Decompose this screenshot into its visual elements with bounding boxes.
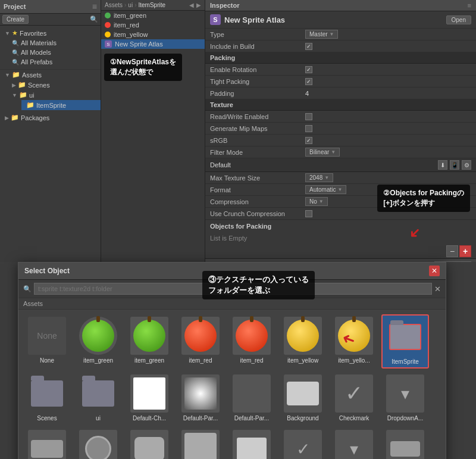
background-shape [287,382,319,405]
nav-back-icon[interactable]: ◀ [189,2,194,8]
item-red-label: item_red [114,21,139,29]
gen-mip-checkbox[interactable] [305,125,312,132]
assets-header[interactable]: ▼ 📁 Assets [0,70,101,80]
grid-item-apple-green2[interactable]: item_green [126,314,173,369]
search-icon-sm2: 🔍 [12,49,19,56]
grid-item-background[interactable]: Background [279,372,327,424]
grid-item-checkmark2[interactable]: ✓ Checkmark [279,427,327,459]
nav-forward-icon[interactable]: ▶ [196,2,201,8]
download-icon[interactable]: ⬇ [438,160,447,170]
grid-item-apple-yellow2[interactable]: item_yello... [330,314,378,369]
all-materials-item[interactable]: 🔍 All Materials [7,38,101,48]
compression-dropdown[interactable]: No ▼ [305,197,328,206]
dark-square-icon [236,377,268,410]
dialog-close-button[interactable]: ✕ [429,266,440,276]
tight-packing-checkbox[interactable] [305,78,312,85]
all-prefabs-label: All Prefabs [21,58,52,65]
plus-button[interactable]: + [459,245,471,257]
filter-mode-dropdown[interactable]: Bilinear ▼ [305,148,340,157]
dialog-search-input[interactable] [34,283,432,295]
project-title: Project [4,3,26,10]
create-button[interactable]: Create [2,15,29,24]
max-texture-dropdown[interactable]: 2048 ▼ [305,173,333,182]
asset-item-item-green[interactable]: item_green [101,11,205,20]
ui-item[interactable]: ▼ 📁 ui [7,90,101,100]
grid-item-uimask[interactable]: UIMask [126,427,173,459]
mobile-icon[interactable]: 📱 [450,160,459,170]
grid-item-knob[interactable]: Knob [74,427,122,459]
dialog-search-clear[interactable]: ✕ [434,285,441,293]
input-field-b2-shape [390,441,420,457]
filter-mode-row: Filter Mode Bilinear ▼ [205,146,476,158]
settings-icon[interactable]: ⚙ [462,160,471,170]
breadcrumb-assets[interactable]: Assets [105,2,123,8]
grid-item-default-ch[interactable]: Default-Ch... [126,372,173,424]
breadcrumb-sep2: › [134,2,136,8]
asset-item-item-red[interactable]: item_red [101,20,205,30]
favorites-arrow: ▼ [5,30,10,36]
filter-mode-label: Filter Mode [210,149,305,156]
grid-item-scenes-folder[interactable]: Scenes [23,372,71,424]
breadcrumb-ui[interactable]: ui [128,2,133,8]
scenes-item[interactable]: ▶ 📁 Scenes [7,80,101,90]
asset-item-item-yellow[interactable]: item_yellow [101,30,205,39]
red-dot-icon [105,22,111,28]
breadcrumb-controls: ◀ ▶ [189,2,201,8]
assets-section: ▼ 📁 Assets ▶ 📁 Scenes ▼ 📁 ui 📁 [0,70,101,110]
gen-mip-label: Generate Mip Maps [210,125,305,132]
breadcrumb-itemsprite[interactable]: ItemSprite [139,2,166,8]
grid-item-apple-yellow1[interactable]: item_yellow [279,314,327,369]
checkmark2-thumb: ✓ [284,430,322,459]
favorites-label: Favorites [20,30,46,37]
grid-item-apple-red2[interactable]: item_red [228,314,275,369]
srgb-checkbox[interactable] [305,137,312,144]
assets-folder-icon: 📁 [12,71,20,79]
packages-folder-icon: 📁 [11,114,19,121]
grid-item-default-par1[interactable]: Default-Par... [177,372,224,424]
grid-item-none[interactable]: None None [23,314,71,369]
grid-item-apple-green1[interactable]: item_green [74,314,122,369]
format-dropdown[interactable]: Automatic ▼ [305,185,346,194]
format-chevron: ▼ [337,187,342,192]
type-dropdown[interactable]: Master ▼ [305,30,338,39]
all-prefabs-item[interactable]: 🔍 All Prefabs [7,57,101,67]
asset-list: item_green item_red item_yellow S New Sp… [101,11,205,262]
grid-item-dropdown-a[interactable]: ▾ DropdownA... [381,372,429,424]
tight-packing-row: Tight Packing [205,76,476,88]
grid-item-default-par2[interactable]: Default-Par... [228,372,275,424]
item-green1-label: item_green [83,357,113,364]
minus-button[interactable]: − [446,245,458,257]
inspector-menu-icon[interactable]: ≡ [468,2,471,9]
read-write-checkbox[interactable] [305,113,312,120]
grid-item-dropdown-a2[interactable]: ▾ DropdownA... [330,427,378,459]
include-build-checkbox[interactable] [305,43,312,50]
scenes-arrow: ▶ [12,82,16,88]
include-build-row: Include in Build [205,40,476,52]
select-object-dialog: Select Object ✕ 🔍 ✕ Assets None None ite… [18,262,446,459]
inspector-panel: Inspector ≡ S New Sprite Atlas Open Type… [205,0,476,262]
inspector-title: Inspector [210,2,240,9]
asset-item-new-sprite-atlas[interactable]: S New Sprite Atlas [101,39,205,49]
grid-item-input-field-b2[interactable]: InputFieldB... [381,427,429,459]
itemsprite-item[interactable]: 📁 ItemSprite [21,100,101,110]
crunch-checkbox[interactable] [305,210,312,217]
assets-label: Assets [22,71,42,79]
scenes-folder-icon: 📁 [18,81,26,89]
grid-item-ui-folder[interactable]: ui [74,372,122,424]
grid-item-itemsprite-folder[interactable]: ItemSprite [381,314,429,369]
packages-item[interactable]: ▶ 📁 Packages [0,113,101,123]
grid-item-uisprite[interactable]: UISprite [177,427,224,459]
atlas-icon: S [105,40,112,48]
grid-item-apple-red1[interactable]: item_red [177,314,224,369]
favorites-header[interactable]: ▼ ★ Favorites [0,28,101,38]
grid-item-checkmark[interactable]: ✓ Checkmark [330,372,378,424]
itemsprite-folder-label: ItemSprite [392,358,419,365]
inspector-header: Inspector ≡ [205,0,476,11]
grid-item-input-field-b[interactable]: InputFieldB... [23,427,71,459]
search-icon[interactable]: 🔍 [90,15,98,23]
all-models-item[interactable]: 🔍 All Models [7,48,101,57]
open-button[interactable]: Open [446,15,471,24]
enable-rotation-checkbox[interactable] [305,66,312,73]
grid-item-background2[interactable]: Background [228,427,275,459]
apple-green2-thumb [130,317,168,355]
